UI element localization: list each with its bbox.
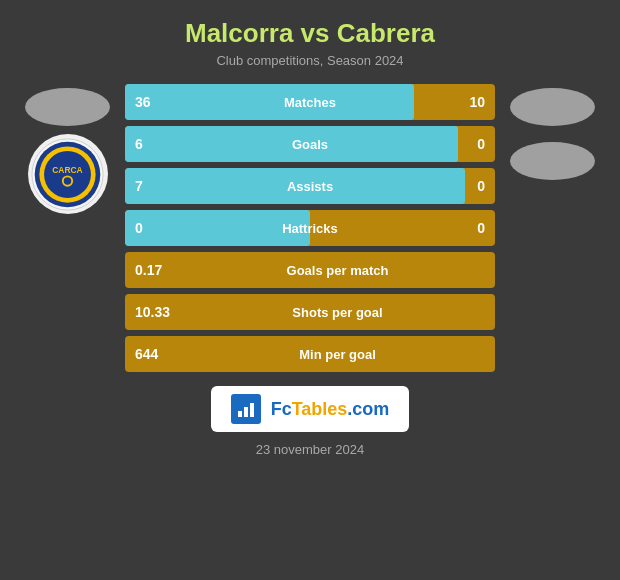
stat-row-hattricks: 0 Hattricks 0 <box>125 210 495 246</box>
stat-row-goals: 6 Goals 0 <box>125 126 495 162</box>
fctables-icon <box>231 394 261 424</box>
fctables-banner[interactable]: FcTables.com <box>211 386 410 432</box>
min-per-goal-value: 644 <box>135 346 190 362</box>
svg-rect-7 <box>238 411 242 417</box>
assists-value-right: 0 <box>451 178 495 194</box>
shots-per-goal-label: Shots per goal <box>190 305 485 320</box>
chart-icon <box>236 399 256 419</box>
left-oval-1 <box>25 88 110 126</box>
main-content: CARCA 36 Matches 10 6 Goals 0 <box>0 84 620 372</box>
hattricks-label: Hattricks <box>169 221 451 236</box>
matches-value-right: 10 <box>451 94 495 110</box>
page-wrapper: Malcorra vs Cabrera Club competitions, S… <box>0 0 620 580</box>
fctables-text: FcTables.com <box>271 399 390 420</box>
right-oval-2 <box>510 142 595 180</box>
goals-label: Goals <box>169 137 451 152</box>
min-per-goal-label: Min per goal <box>190 347 485 362</box>
goals-value-left: 6 <box>125 136 169 152</box>
page-subtitle: Club competitions, Season 2024 <box>216 53 403 68</box>
left-logos: CARCA <box>10 84 125 214</box>
stat-row-goals-per-match: 0.17 Goals per match <box>125 252 495 288</box>
page-title: Malcorra vs Cabrera <box>185 18 435 49</box>
matches-value-left: 36 <box>125 94 169 110</box>
goals-per-match-label: Goals per match <box>190 263 485 278</box>
stats-section: 36 Matches 10 6 Goals 0 7 Assists 0 <box>125 84 495 372</box>
svg-point-6 <box>64 177 72 185</box>
svg-rect-8 <box>244 407 248 417</box>
assists-value-left: 7 <box>125 178 169 194</box>
stat-row-shots-per-goal: 10.33 Shots per goal <box>125 294 495 330</box>
goals-per-match-value: 0.17 <box>135 262 190 278</box>
right-oval-1 <box>510 88 595 126</box>
left-club-logo: CARCA <box>28 134 108 214</box>
stat-row-matches: 36 Matches 10 <box>125 84 495 120</box>
matches-label: Matches <box>169 95 451 110</box>
right-logos <box>495 84 610 180</box>
assists-label: Assists <box>169 179 451 194</box>
footer-date: 23 november 2024 <box>256 442 364 457</box>
shots-per-goal-value: 10.33 <box>135 304 190 320</box>
goals-value-right: 0 <box>451 136 495 152</box>
stat-row-assists: 7 Assists 0 <box>125 168 495 204</box>
hattricks-value-right: 0 <box>451 220 495 236</box>
stat-row-min-per-goal: 644 Min per goal <box>125 336 495 372</box>
svg-rect-9 <box>250 403 254 417</box>
svg-text:CARCA: CARCA <box>52 164 82 174</box>
hattricks-value-left: 0 <box>125 220 169 236</box>
